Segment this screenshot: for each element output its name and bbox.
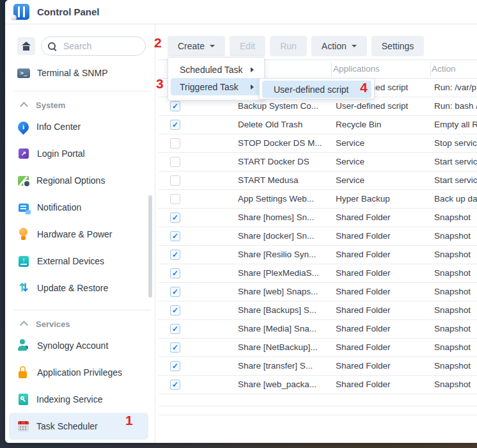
- checkbox-unchecked[interactable]: [170, 138, 180, 148]
- column-header-action[interactable]: Action: [432, 64, 456, 74]
- settings-button[interactable]: Settings: [371, 36, 425, 56]
- action-cell: Snapshot: [434, 231, 471, 241]
- document-search-icon: [19, 394, 28, 405]
- sync-arrows-icon: [17, 282, 30, 294]
- task-name-cell: STOP Docker DS M...: [238, 138, 322, 148]
- checkbox-checked[interactable]: [170, 380, 180, 390]
- section-label: Services: [36, 319, 70, 329]
- column-header-applications[interactable]: Applications: [333, 64, 380, 74]
- submenu-arrow-icon: [251, 67, 254, 72]
- sidebar-item-label: Synology Account: [37, 340, 108, 351]
- sidebar: Terminal & SNMPSystemInfo CenterLogin Po…: [5, 24, 155, 443]
- action-cell: Snapshot: [434, 250, 471, 259]
- table-row[interactable]: Share [docker] Sn...Shared FolderSnapsho…: [159, 227, 477, 246]
- applications-cell: Shared Folder: [336, 361, 391, 371]
- chevron-down-icon: [210, 45, 215, 47]
- table-row[interactable]: App Settings Web...Hyper BackupBack up d…: [159, 190, 477, 209]
- checkbox-unchecked[interactable]: [170, 194, 180, 204]
- chevron-up-icon: [20, 102, 28, 110]
- table-row[interactable]: Share [NetBackup]...Shared FolderSnapsho…: [159, 339, 477, 357]
- table-row[interactable]: Share [web] Snaps...Shared FolderSnapsho…: [159, 283, 477, 301]
- task-name-cell: Backup System Co...: [238, 101, 318, 111]
- section-header-system[interactable]: System: [5, 97, 155, 113]
- edit-button[interactable]: Edit: [230, 36, 265, 56]
- table-row[interactable]: Share [Resilio Syn...Shared FolderSnapsh…: [159, 246, 477, 264]
- checkbox-checked[interactable]: [170, 287, 180, 297]
- task-name-cell: Share [NetBackup]...: [238, 342, 318, 352]
- checkbox-checked[interactable]: [170, 268, 180, 278]
- triggered-task-submenu: User-defined script: [259, 78, 375, 99]
- table-body: User-defined scriptRun: /var/pBackup Sys…: [159, 79, 477, 394]
- sidebar-item-label: Regional Options: [36, 175, 105, 186]
- annotation-4: 4: [360, 81, 368, 95]
- table-row[interactable]: Share [Backups] S...Shared FolderSnapsho…: [159, 301, 477, 320]
- checkbox-checked[interactable]: [170, 305, 180, 316]
- chevron-up-icon: [20, 321, 28, 329]
- table-row[interactable]: Share [PlexMediaS...Shared FolderSnapsho…: [159, 264, 477, 283]
- checkbox-checked[interactable]: [170, 120, 180, 130]
- checkbox-unchecked[interactable]: [170, 175, 180, 186]
- checkbox-checked[interactable]: [170, 101, 180, 111]
- sidebar-item-notification[interactable]: Notification: [5, 194, 155, 221]
- menu-item-scheduled-task[interactable]: Scheduled Task: [171, 61, 262, 78]
- menu-item-label: User-defined script: [274, 84, 349, 95]
- checkbox-checked[interactable]: [170, 324, 180, 334]
- action-cell: Start servic: [434, 175, 477, 185]
- sidebar-item-indexing-service[interactable]: Indexing Service: [5, 386, 155, 413]
- sidebar-item-application-privileges[interactable]: Application Privileges: [5, 359, 155, 386]
- annotation-1: 1: [125, 413, 133, 428]
- table-row[interactable]: Share [transfer] S...Shared FolderSnapsh…: [159, 357, 477, 376]
- sidebar-item-login-portal[interactable]: Login Portal: [5, 140, 155, 167]
- applications-cell: Service: [336, 157, 364, 166]
- annotation-3: 3: [156, 77, 164, 91]
- map-clock-icon: [18, 176, 29, 186]
- sidebar-item-info-center[interactable]: Info Center: [5, 113, 155, 140]
- table-row[interactable]: Share [homes] Sn...Shared FolderSnapshot: [159, 209, 477, 227]
- checkbox-unchecked[interactable]: [170, 157, 180, 167]
- sidebar-item-label: Info Center: [36, 122, 81, 132]
- action-cell: Stop servic: [434, 138, 477, 148]
- sidebar-item-hardware-power[interactable]: Hardware & Power: [5, 221, 155, 248]
- table-row[interactable]: START MedusaServiceStart servic: [159, 172, 477, 190]
- table-row[interactable]: Share [Media] Sna...Shared FolderSnapsho…: [159, 320, 477, 339]
- action-cell: Back up dat: [434, 194, 477, 204]
- sidebar-item-label: Task Scheduler: [36, 421, 98, 431]
- applications-cell: Shared Folder: [336, 231, 391, 241]
- applications-cell: Shared Folder: [336, 268, 391, 278]
- home-button[interactable]: [17, 37, 35, 55]
- window-title: Control Panel: [37, 6, 100, 17]
- sidebar-item-label: Notification: [37, 202, 81, 212]
- table-row[interactable]: Share [web_packa...Shared FolderSnapshot: [159, 376, 477, 394]
- menu-item-user-defined-script[interactable]: User-defined script: [262, 81, 371, 98]
- sidebar-item-synology-account[interactable]: Synology Account: [5, 332, 155, 359]
- checkbox-checked[interactable]: [170, 342, 180, 353]
- table-row[interactable]: START Docker DSServiceStart servic: [159, 153, 477, 172]
- annotation-2: 2: [154, 36, 162, 50]
- sidebar-item-terminal-snmp[interactable]: Terminal & SNMP: [5, 63, 155, 83]
- run-button[interactable]: Run: [270, 36, 307, 56]
- applications-cell: Hyper Backup: [336, 194, 390, 204]
- checkbox-checked[interactable]: [170, 212, 180, 223]
- sidebar-item-external-devices[interactable]: External Devices: [5, 248, 155, 275]
- column-separator: [430, 62, 431, 76]
- sidebar-scrollbar-thumb[interactable]: [148, 195, 152, 298]
- sidebar-item-regional-options[interactable]: Regional Options: [5, 167, 155, 194]
- checkbox-checked[interactable]: [170, 231, 180, 241]
- search-box[interactable]: [41, 36, 146, 56]
- action-cell: Snapshot: [434, 342, 471, 352]
- sidebar-item-update-restore[interactable]: Update & Restore: [5, 275, 155, 301]
- table-row[interactable]: STOP Docker DS M...ServiceStop servic: [159, 134, 477, 153]
- task-name-cell: Share [web] Snaps...: [238, 287, 318, 296]
- create-button[interactable]: Create: [168, 36, 225, 56]
- action-button[interactable]: Action: [311, 36, 367, 56]
- checkbox-checked[interactable]: [170, 250, 180, 260]
- button-label: Edit: [240, 41, 255, 51]
- sidebar-divider: [14, 91, 151, 92]
- search-input[interactable]: [62, 40, 139, 52]
- checkbox-checked[interactable]: [170, 361, 180, 371]
- menu-item-triggered-task[interactable]: Triggered Task: [171, 78, 262, 95]
- sidebar-item-label: Update & Restore: [37, 283, 108, 293]
- toolbar: CreateEditRunActionSettings: [168, 36, 428, 56]
- table-row[interactable]: Delete Old TrashRecycle BinEmpty all R: [159, 116, 477, 134]
- section-header-services[interactable]: Services: [5, 316, 155, 332]
